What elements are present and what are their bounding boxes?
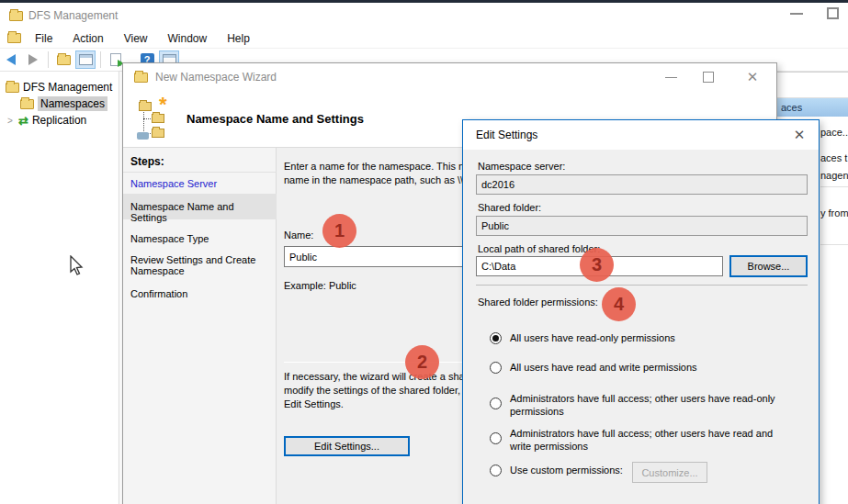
maximize-button[interactable] [827, 7, 839, 19]
name-label: Name: [284, 230, 313, 241]
window-title: DFS Management [28, 9, 118, 22]
up-folder-button[interactable] [53, 50, 73, 69]
edit-settings-dialog: Edit Settings ✕ Namespace server: dc2016… [462, 119, 820, 504]
step-confirmation: Confirmation [130, 288, 270, 299]
background-selected-row-text: aces [781, 102, 802, 113]
dfs-root-icon [6, 83, 19, 93]
tree-item-replication[interactable]: > ⇄ Replication [0, 112, 119, 129]
back-icon [6, 54, 16, 65]
tree-item-namespaces[interactable]: Namespaces [0, 95, 119, 112]
actions-pane-item-fragment[interactable]: y from [820, 207, 848, 218]
actions-pane-divider [820, 186, 848, 187]
radio-button-icon[interactable] [490, 332, 502, 344]
folder-up-icon [57, 55, 71, 65]
radio-admin-full-readonly[interactable]: Administrators have full access; other u… [490, 392, 797, 418]
edit-settings-button[interactable]: Edit Settings... [284, 436, 410, 456]
replication-icon: ⇄ [18, 116, 28, 126]
mouse-cursor [70, 255, 86, 277]
menu-action[interactable]: Action [62, 29, 113, 48]
steps-header: Steps: [130, 155, 164, 168]
wizard-maximize-button[interactable] [703, 72, 714, 83]
wizard-titlebar: New Namespace Wizard [123, 63, 776, 91]
actions-pane-item-fragment[interactable]: aces t [820, 152, 848, 163]
toolbar-separator [48, 51, 49, 68]
menu-bar: File Action View Window Help [0, 28, 848, 49]
steps-divider [123, 172, 277, 173]
step-namespace-name-and-settings: Namespace Name and Settings [130, 201, 270, 223]
menu-help[interactable]: Help [217, 29, 260, 48]
wizard-icon [134, 73, 148, 83]
callout-badge-4: 4 [602, 287, 636, 321]
intro-text-line2: name in the namespace path, such as \\ [284, 174, 463, 185]
namespace-server-label: Namespace server: [478, 161, 565, 172]
tree-root-dfs-management[interactable]: DFS Management [0, 79, 119, 95]
callout-badge-3: 3 [580, 248, 614, 282]
wizard-minimize-button[interactable] [665, 77, 677, 78]
callout-badge-1: 1 [322, 214, 356, 248]
shared-folder-field[interactable]: Public [476, 216, 808, 236]
export-list-icon [110, 53, 121, 66]
step-review-settings: Review Settings and Create Namespace [130, 254, 270, 276]
radio-button-icon[interactable] [490, 465, 502, 476]
menu-window[interactable]: Window [158, 29, 218, 48]
step-namespace-type: Namespace Type [130, 233, 270, 244]
permissions-label: Shared folder permissions: [478, 297, 598, 308]
console-icon [7, 33, 21, 43]
note-text-line2: modify the settings of the shared folder… [284, 385, 474, 396]
console-tree: DFS Management Namespaces > ⇄ Replicatio… [0, 72, 119, 504]
minimize-button[interactable] [790, 13, 803, 15]
app-icon [9, 11, 23, 21]
radio-button-icon[interactable] [490, 432, 502, 444]
menu-file[interactable]: File [25, 29, 62, 48]
wizard-close-button[interactable]: ✕ [744, 69, 761, 85]
intro-text-line1: Enter a name for the namespace. This na [284, 161, 469, 172]
radio-read-write[interactable]: All users have read and write permission… [490, 361, 797, 374]
radio-read-only[interactable]: All users have read-only permissions [490, 331, 797, 344]
namespaces-icon [20, 99, 34, 109]
forward-button[interactable] [23, 50, 43, 69]
toolbar-separator [100, 51, 101, 68]
browse-button[interactable]: Browse... [729, 255, 808, 277]
console-tree-icon [79, 54, 93, 65]
forward-icon [28, 54, 38, 65]
callout-badge-2: 2 [405, 345, 439, 379]
actions-pane-item-fragment[interactable]: pace... [820, 127, 848, 138]
actions-pane-item-fragment[interactable]: nagen [820, 170, 848, 181]
expander-chevron-icon[interactable]: > [7, 116, 15, 126]
actions-pane-divider [820, 244, 848, 245]
hand-icon [137, 132, 149, 140]
shared-folder-value: Public [481, 220, 509, 231]
local-path-label: Local path of shared folder: [478, 243, 600, 254]
namespace-server-value: dc2016 [481, 179, 514, 190]
step-namespace-server[interactable]: Namespace Server [130, 178, 270, 189]
radio-button-icon[interactable] [490, 362, 502, 374]
wizard-steps-panel: Steps: Namespace Server Namespace Name a… [123, 148, 277, 504]
dialog-divider [476, 285, 808, 286]
shared-folder-label: Shared folder: [478, 202, 541, 213]
menu-view[interactable]: View [114, 29, 158, 48]
customize-button[interactable]: Customize... [632, 462, 707, 483]
example-text: Example: Public [284, 280, 356, 291]
note-text-line3: Edit Settings. [284, 398, 344, 409]
note-text-line1: If necessary, the wizard will create a s… [284, 371, 468, 382]
dialog-close-icon[interactable]: ✕ [790, 127, 808, 143]
main-titlebar: DFS Management [0, 3, 848, 28]
wizard-page-title: Namespace Name and Settings [187, 112, 364, 126]
namespace-server-field[interactable]: dc2016 [476, 174, 808, 195]
new-star-icon: * [159, 93, 167, 117]
show-console-tree-button[interactable] [75, 50, 96, 69]
back-button[interactable] [1, 50, 21, 69]
wizard-title: New Namespace Wizard [155, 71, 277, 84]
dialog-title: Edit Settings [476, 129, 537, 141]
background-selected-row: aces [777, 98, 848, 117]
radio-button-icon[interactable] [490, 398, 502, 409]
background-list-header [777, 72, 848, 98]
radio-admin-full-readwrite[interactable]: Administrators have full access; other u… [490, 427, 797, 453]
namespace-wizard-graphic-icon: * [137, 98, 179, 140]
